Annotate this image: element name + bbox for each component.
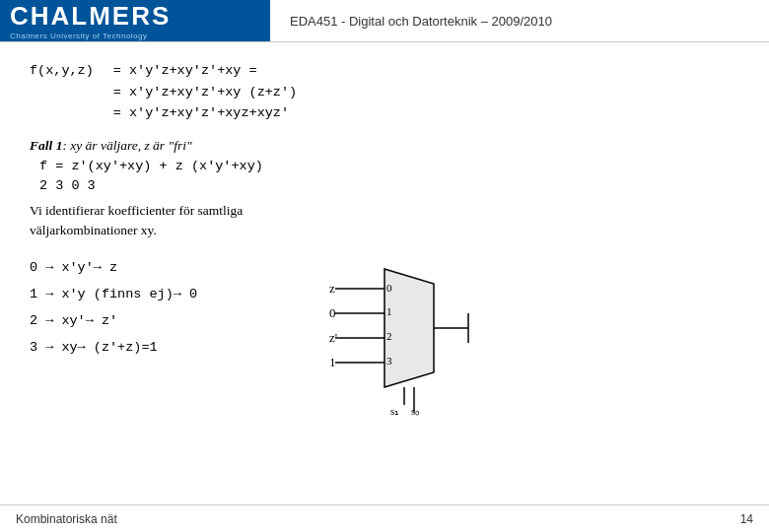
mapping-item-2: 2 → xy'→ z' [30, 307, 306, 334]
footer-left: Kombinatoriska nät [16, 512, 117, 526]
svg-marker-0 [384, 269, 434, 387]
case-section: Fall 1: xy är väljare, z är "fri" f = z'… [30, 138, 739, 193]
formula-lines: = x'y'z+xy'z'+xy = = x'y'z+xy'z'+xy (z+z… [113, 60, 297, 124]
case-formula: f = z'(xy'+xy) + z (x'y'+xy) [39, 156, 739, 178]
label-z: z [329, 281, 335, 296]
formula-line-3: = x'y'z+xy'z'+xyz+xyz' [113, 102, 297, 124]
mapping-item-3: 3 → xy→ (z'+z)=1 [30, 334, 306, 361]
label-zprime: z' [329, 330, 337, 345]
bottom-section: 0 → x'y'→ z 1 → x'y (finns ej)→ 0 2 → xy… [30, 254, 739, 412]
idx-2: 2 [386, 330, 392, 342]
formula-label: f(x,y,z) [30, 60, 113, 124]
mapping-item-1: 1 → x'y (finns ej)→ 0 [30, 281, 306, 307]
case-title-bold: Fall 1 [30, 138, 62, 153]
label-0-in: 0 [329, 305, 336, 320]
s1-label: s₁ [390, 405, 398, 417]
mapping-list: 0 → x'y'→ z 1 → x'y (finns ej)→ 0 2 → xy… [30, 254, 306, 361]
identify-line-2: väljarkombinationer xy. [30, 221, 739, 240]
formula-line-2: = x'y'z+xy'z'+xy (z+z') [113, 82, 297, 103]
formula-line-1: = x'y'z+xy'z'+xy = [113, 60, 297, 82]
main-content: f(x,y,z) = x'y'z+xy'z'+xy = = x'y'z+xy'z… [0, 42, 769, 422]
footer-right: 14 [740, 512, 753, 526]
identify-text: Vi identifierar koefficienter för samtli… [30, 201, 739, 241]
logo-area: CHALMERS Chalmers University of Technolo… [0, 0, 270, 41]
idx-0: 0 [386, 282, 392, 294]
case-title-desc: : xy är väljare, z är "fri" [62, 138, 191, 153]
formula-block: f(x,y,z) = x'y'z+xy'z'+xy = = x'y'z+xy'z… [30, 60, 739, 124]
idx-1: 1 [386, 305, 392, 317]
mux-svg: z 0 z' 1 0 1 2 3 s₁ s₀ x y [325, 259, 483, 417]
header-title: EDA451 - Digital och Datorteknik – 2009/… [270, 0, 769, 41]
mapping-item-0: 0 → x'y'→ z [30, 254, 306, 281]
logo-text: CHALMERS [10, 1, 260, 32]
footer: Kombinatoriska nät 14 [0, 504, 769, 532]
label-1-in: 1 [329, 355, 336, 369]
logo-subtitle: Chalmers University of Technology [10, 32, 260, 40]
mux-diagram: z 0 z' 1 0 1 2 3 s₁ s₀ x y [325, 259, 483, 412]
case-title: Fall 1: xy är väljare, z är "fri" [30, 138, 739, 154]
header: CHALMERS Chalmers University of Technolo… [0, 0, 769, 42]
idx-3: 3 [386, 355, 392, 366]
case-numbers: 2 3 0 3 [39, 178, 739, 193]
s0-label: s₀ [411, 405, 420, 417]
identify-line-1: Vi identifierar koefficienter för samtli… [30, 201, 739, 221]
